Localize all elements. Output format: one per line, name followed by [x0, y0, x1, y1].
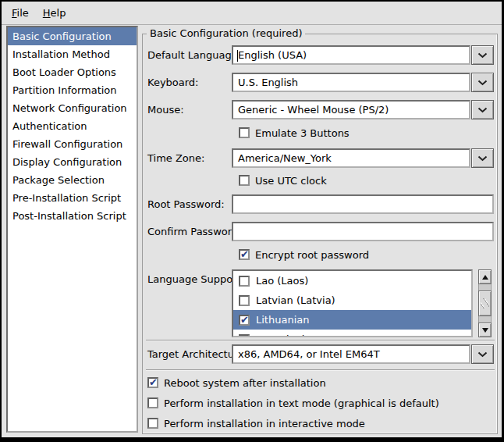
confirm-password-label: Confirm Password:	[147, 222, 241, 241]
language-option-label: Lithuanian	[256, 314, 309, 326]
combo-text: x86, AMD64, or Intel EM64T	[238, 348, 380, 360]
sidebar-item-post-installation-script[interactable]: Post-Installation Script	[8, 207, 137, 225]
checkbox-label: Reboot system after installation	[164, 377, 326, 389]
sidebar-item-installation-method[interactable]: Installation Method	[8, 45, 137, 63]
language-option-label: Macedonian	[256, 333, 318, 337]
chevron-down-icon	[477, 52, 488, 59]
language-option-label: Lao (Laos)	[256, 275, 308, 287]
sidebar-item-boot-loader-options[interactable]: Boot Loader Options	[8, 63, 137, 81]
language-list-viewport[interactable]: Lao (Laos) Latvian (Latvia) Lithuanian M…	[232, 269, 473, 337]
panel-title: Basic Configuration (required)	[147, 27, 305, 39]
checkbox-label: Perform installation in interactive mode	[164, 418, 365, 430]
checkbox-box[interactable]	[239, 295, 250, 306]
checkbox-box[interactable]	[147, 418, 158, 429]
keyboard-label: Keyboard:	[147, 73, 199, 92]
target-architecture-value[interactable]: x86, AMD64, or Intel EM64T	[232, 344, 470, 364]
combo-text: English (USA)	[238, 49, 307, 61]
separator	[146, 369, 495, 371]
scrollbar-track[interactable]	[478, 284, 492, 323]
chevron-down-icon	[477, 107, 488, 113]
mouse-value[interactable]: Generic - Wheel Mouse (PS/2)	[232, 100, 470, 119]
language-option-label: Latvian (Latvia)	[256, 294, 335, 306]
checkbox-label: Encrypt root password	[255, 249, 369, 261]
encrypt-root-password-checkbox[interactable]: Encrypt root password	[239, 248, 369, 261]
language-option-lao[interactable]: Lao (Laos)	[233, 271, 471, 291]
keyboard-dropdown-button[interactable]	[471, 73, 494, 92]
checkbox-label: Emulate 3 Buttons	[255, 127, 350, 139]
keyboard-value[interactable]: U.S. English	[232, 73, 470, 92]
scrollbar-thumb[interactable]	[478, 291, 492, 316]
arrow-up-icon	[482, 275, 488, 280]
text-caret-icon	[237, 50, 238, 62]
arrow-down-icon	[482, 328, 488, 333]
checkbox-box[interactable]	[239, 334, 250, 338]
language-support-label: Language Support:	[147, 269, 244, 289]
language-list-scrollbar[interactable]	[478, 269, 492, 337]
reboot-after-installation-checkbox[interactable]: Reboot system after installation	[147, 376, 326, 389]
menu-file[interactable]: File	[5, 4, 36, 22]
chevron-down-icon	[477, 351, 488, 358]
time-zone-dropdown-button[interactable]	[471, 148, 494, 168]
combo-text: America/New_York	[238, 152, 332, 164]
basic-configuration-panel: Basic Configuration (required) Default L…	[142, 34, 498, 434]
target-architecture-dropdown-button[interactable]	[471, 344, 494, 364]
checkbox-box[interactable]	[239, 175, 250, 186]
sidebar-item-pre-installation-script[interactable]: Pre-Installation Script	[8, 189, 137, 207]
checkbox-label: Use UTC clock	[255, 175, 327, 187]
use-utc-clock-checkbox[interactable]: Use UTC clock	[239, 174, 327, 187]
target-architecture-combo[interactable]: x86, AMD64, or Intel EM64T	[232, 344, 494, 364]
mouse-dropdown-button[interactable]	[471, 100, 494, 119]
language-option-macedonian[interactable]: Macedonian	[233, 330, 471, 337]
language-option-latvian[interactable]: Latvian (Latvia)	[233, 291, 471, 310]
language-support-list: Lao (Laos) Latvian (Latvia) Lithuanian M…	[232, 269, 494, 337]
sidebar-item-partition-information[interactable]: Partition Information	[8, 81, 137, 99]
default-language-value[interactable]: English (USA)	[232, 45, 470, 65]
confirm-password-input[interactable]	[232, 222, 494, 241]
checkbox-box[interactable]	[239, 249, 250, 260]
sidebar-item-authentication[interactable]: Authentication	[8, 117, 137, 135]
menu-help[interactable]: Help	[36, 4, 73, 22]
sidebar-item-basic-configuration[interactable]: Basic Configuration	[8, 27, 137, 45]
chevron-down-icon	[477, 80, 488, 86]
scroll-down-button[interactable]	[478, 323, 492, 337]
separator	[146, 340, 495, 341]
section-list: Basic Configuration Installation Method …	[6, 26, 138, 433]
combo-text: Generic - Wheel Mouse (PS/2)	[238, 104, 389, 116]
scroll-up-button[interactable]	[478, 269, 492, 284]
mouse-label: Mouse:	[147, 100, 184, 119]
default-language-dropdown-button[interactable]	[471, 45, 494, 65]
root-password-input[interactable]	[232, 194, 494, 214]
checkbox-box[interactable]	[239, 315, 250, 326]
sidebar-item-network-configuration[interactable]: Network Configuration	[8, 99, 137, 117]
checkbox-box[interactable]	[239, 276, 250, 287]
time-zone-label: Time Zone:	[147, 148, 204, 168]
root-password-label: Root Password:	[147, 194, 225, 214]
sidebar-item-firewall-configuration[interactable]: Firewall Configuration	[8, 135, 137, 153]
sidebar-item-display-configuration[interactable]: Display Configuration	[8, 153, 137, 171]
kickstart-configurator-window: File Help Basic Configuration Installati…	[0, 0, 504, 442]
time-zone-value[interactable]: America/New_York	[232, 148, 470, 168]
mouse-combo[interactable]: Generic - Wheel Mouse (PS/2)	[232, 100, 494, 119]
checkbox-label: Perform installation in text mode (graph…	[164, 397, 439, 409]
checkbox-box[interactable]	[239, 127, 250, 138]
keyboard-combo[interactable]: U.S. English	[232, 73, 494, 92]
default-language-label: Default Language:	[147, 45, 241, 65]
chevron-down-icon	[477, 155, 488, 162]
interactive-mode-checkbox[interactable]: Perform installation in interactive mode	[147, 417, 365, 430]
text-mode-checkbox[interactable]: Perform installation in text mode (graph…	[147, 397, 439, 409]
menubar: File Help	[2, 2, 502, 25]
default-language-combo[interactable]: English (USA)	[232, 45, 494, 65]
language-option-lithuanian[interactable]: Lithuanian	[233, 310, 471, 330]
checkbox-box[interactable]	[147, 377, 158, 388]
sidebar-item-package-selection[interactable]: Package Selection	[8, 171, 137, 189]
time-zone-combo[interactable]: America/New_York	[232, 148, 494, 168]
combo-text: U.S. English	[238, 77, 298, 88]
checkbox-box[interactable]	[147, 397, 158, 408]
emulate-3-buttons-checkbox[interactable]: Emulate 3 Buttons	[239, 127, 350, 139]
